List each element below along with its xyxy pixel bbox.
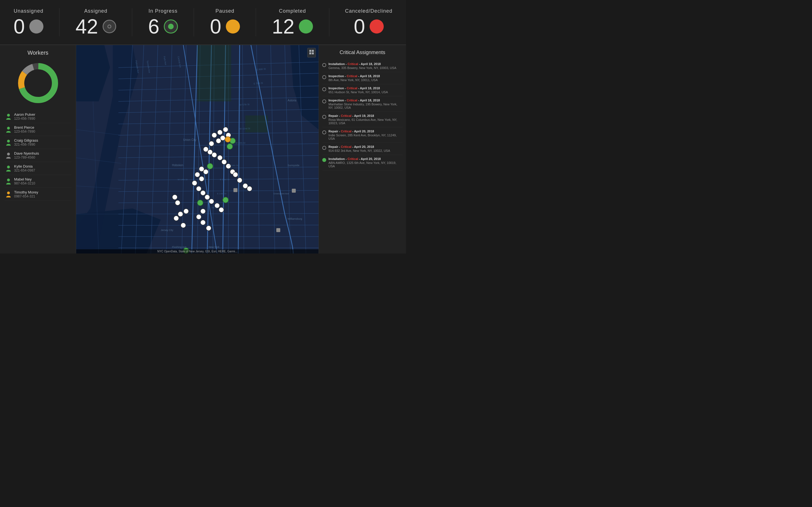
critical-address: Indie Screen, 285 Kent Ave, Brooklyn, NY… [328,133,403,140]
svg-point-75 [205,194,210,200]
svg-point-54 [212,133,217,138]
worker-item[interactable]: Dave Nyenhuis 123-789-4560 [4,149,71,162]
svg-text:Astoria: Astoria [288,99,297,102]
map-area[interactable]: Union City Hoboken Jersey City Astoria S… [76,45,319,253]
worker-item[interactable]: Aaron Pulver 123-456-7890 [4,110,71,123]
svg-point-81 [200,220,206,225]
critical-address: Manhattan Stone Industry, 195 Bowery, Ne… [328,103,403,109]
map-controls[interactable] [307,48,316,57]
worker-name: Aaron Pulver [14,112,35,117]
worker-status-icon [6,140,11,145]
svg-point-99 [225,136,231,142]
svg-rect-101 [292,189,296,193]
critical-status-dot [322,146,326,150]
critical-header: Repair - Critical - April 19, 2018 [328,114,403,117]
worker-name: Dave Nyenhuis [14,151,39,156]
cancelled-label: Canceled/Declined [345,8,393,14]
critical-header: Inspection - Critical - April 18, 2018 [328,74,403,78]
critical-info: Inspection - Critical - April 18, 2018 M… [328,99,403,109]
svg-point-74 [200,190,206,195]
critical-status-dot [322,100,326,103]
worker-phone: 987-654-3210 [14,181,35,185]
critical-date: - April 20, 2018 [351,145,374,149]
worker-name: Mabel Ney [14,177,35,181]
worker-item[interactable]: Mabel Ney 987-654-3210 [4,175,71,188]
svg-rect-100 [234,188,238,192]
svg-text:7th St: 7th St [211,207,218,209]
svg-point-8 [7,166,10,168]
critical-header: Installation - Critical - April 20, 2018 [328,157,403,161]
critical-item[interactable]: Repair - Critical - April 20, 2018 914-9… [322,143,403,155]
divider-1 [59,8,59,36]
worker-name: Brent Pierce [14,125,35,129]
worker-status-icon [6,153,11,158]
svg-point-78 [219,207,224,212]
worker-status-icon [6,166,11,171]
svg-point-94 [227,144,233,149]
svg-point-64 [217,155,222,160]
worker-info: Mabel Ney 987-654-3210 [14,177,35,185]
svg-rect-127 [309,50,311,52]
worker-item[interactable]: Brent Pierce 123-654-7890 [4,123,71,136]
svg-point-69 [199,166,204,172]
critical-date: - April 18, 2018 [357,99,380,102]
critical-tag: Critical [341,145,351,149]
svg-rect-47 [245,115,268,132]
critical-item[interactable]: Inspection - Critical - April 18, 2018 6… [322,84,403,96]
critical-item[interactable]: Installation - Critical - April 20, 2018… [322,155,403,170]
svg-rect-46 [197,45,231,101]
critical-item[interactable]: Repair - Critical - April 19, 2018 Rosa … [322,112,403,127]
critical-type: Repair - [328,145,341,149]
critical-item[interactable]: Inspection - Critical - April 18, 2018 8… [322,72,403,84]
critical-status-dot [322,130,326,134]
svg-point-6 [7,140,10,143]
completed-value: 12 [272,16,294,37]
svg-point-56 [223,127,228,132]
critical-type: Inspection - [328,74,347,78]
critical-item[interactable]: Repair - Critical - April 20, 2018 Indie… [322,127,403,143]
worker-info: Dave Nyenhuis 123-789-4560 [14,151,39,159]
critical-type: Installation - [328,157,348,161]
assigned-value: 42 [75,16,98,37]
critical-info: Installation - Critical - April 20, 2018… [328,157,403,168]
worker-status-icon [6,114,11,119]
worker-status-icon [6,179,11,184]
critical-status-dot [322,63,326,67]
worker-info: Kylie Donia 321-654-0987 [14,164,35,172]
critical-header: Inspection - Critical - April 18, 2018 [328,87,403,90]
svg-text:W 34th St: W 34th St [229,164,239,167]
critical-item[interactable]: Installation - Critical - April 18, 2018… [322,60,403,72]
svg-rect-128 [312,50,314,52]
critical-status-dot [322,87,326,91]
svg-text:Sunnyside: Sunnyside [288,164,299,167]
svg-point-65 [221,159,227,165]
svg-point-97 [197,200,203,206]
critical-date: - April 18, 2018 [357,74,380,78]
donut-chart [4,61,71,106]
map-attribution: NYC OpenData, State of New Jersey, GSI, … [76,249,319,253]
worker-info: Aaron Pulver 123-456-7890 [14,112,35,121]
stat-cancelled: Canceled/Declined 0 [345,8,393,37]
svg-text:E 23rd St: E 23rd St [220,178,230,181]
divider-4 [256,8,256,36]
worker-status-icon [6,191,11,197]
worker-item[interactable]: Kylie Donia 321-654-0987 [4,162,71,175]
svg-point-4 [7,114,10,117]
paused-label: Paused [215,8,234,14]
critical-item[interactable]: Inspection - Critical - April 18, 2018 M… [322,96,403,112]
svg-point-73 [196,186,201,191]
critical-header: Repair - Critical - April 20, 2018 [328,145,403,149]
svg-rect-102 [276,228,280,232]
worker-name: Timothy Morey [14,190,38,194]
svg-text:Jersey City: Jersey City [161,229,173,231]
stat-unassigned: Unassigned 0 [13,8,43,37]
svg-point-85 [174,216,179,221]
assigned-inner [107,24,111,29]
worker-item[interactable]: Craig Gillgrass 321-456-7890 [4,136,71,149]
inprogress-label: In Progress [149,8,177,14]
svg-point-79 [200,209,206,214]
critical-type: Repair - [328,114,341,117]
critical-tag: Critical [347,87,357,90]
unassigned-icon [29,19,43,34]
worker-item[interactable]: Timothy Morey 0987-654-321 [4,188,71,201]
